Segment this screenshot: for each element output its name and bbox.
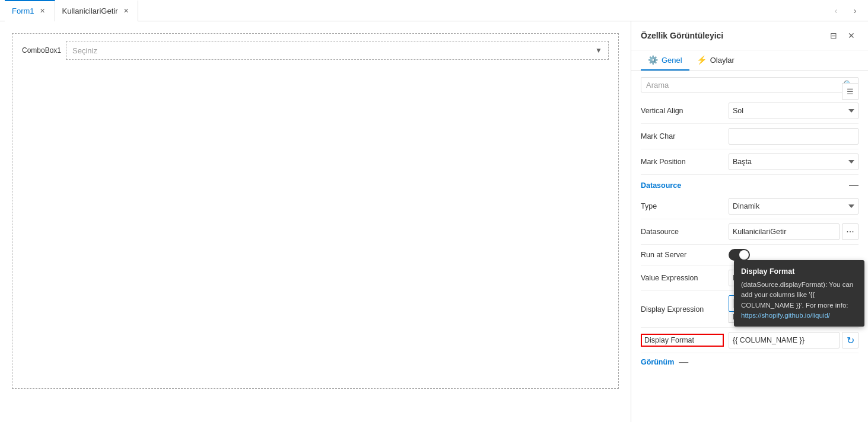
toggle-knob <box>739 250 749 260</box>
run-at-server-toggle[interactable] <box>729 249 750 261</box>
tooltip-link: https://shopify.github.io/liquid/ <box>741 311 857 321</box>
panel-header-icons: ⊟ ✕ <box>826 28 859 43</box>
panel-body: 🔍 ☰ Vertical Align Sol Orta Sağ <box>631 71 868 422</box>
prop-row-gorunum: Görünüm — <box>641 353 859 371</box>
properties-panel: Özellik Görüntüleyici ⊟ ✕ ⚙️ Genel ⚡ Ola… <box>631 21 868 422</box>
datasource-with-btn: ··· <box>729 223 859 240</box>
tab-form1-close[interactable]: ✕ <box>38 7 47 16</box>
prop-label-mark-position: Mark Position <box>641 158 724 166</box>
properties-list: Vertical Align Sol Orta Sağ Mark Char <box>631 98 868 381</box>
prop-row-vertical-align: Vertical Align Sol Orta Sağ <box>641 98 859 124</box>
tab-form1-label: Form1 <box>12 7 34 15</box>
nav-forward-button[interactable]: › <box>847 2 863 19</box>
tooltip-link-anchor[interactable]: https://shopify.github.io/liquid/ <box>741 312 830 319</box>
datasource-section-header: Datasource — <box>641 175 859 194</box>
canvas-area: ComboBox1 Seçiniz ▼ <box>0 21 631 422</box>
combobox-placeholder: Seçiniz <box>72 46 97 55</box>
display-format-tooltip: Display Format (dataSource.displayFormat… <box>734 260 864 327</box>
gorunum-collapse-icon[interactable]: — <box>679 357 688 367</box>
type-select[interactable]: Dinamik Statik <box>729 198 859 215</box>
tooltip-body: (dataSource.displayFormat): You can add … <box>741 280 857 311</box>
search-input[interactable] <box>646 81 840 89</box>
prop-value-vertical-align: Sol Orta Sağ <box>729 103 859 119</box>
sidebar-toggle-button[interactable]: ☰ <box>842 83 859 100</box>
tab-olaylar[interactable]: ⚡ Olaylar <box>689 50 742 71</box>
prop-value-display-format: ↻ <box>729 332 859 349</box>
display-format-input[interactable] <box>729 332 840 349</box>
tab-kullanicilar-label: KullanicilariGetir <box>62 7 118 15</box>
prop-label-value-expression: Value Expression <box>641 274 724 282</box>
display-format-refresh-button[interactable]: ↻ <box>842 332 859 349</box>
mark-char-input[interactable] <box>729 128 859 145</box>
olaylar-icon: ⚡ <box>697 55 707 65</box>
pin-button[interactable]: ⊟ <box>826 28 841 43</box>
prop-label-type: Type <box>641 202 724 210</box>
tab-genel[interactable]: ⚙️ Genel <box>641 50 689 71</box>
panel-header: Özellik Görüntüleyici ⊟ ✕ <box>631 21 868 50</box>
mark-position-select[interactable]: Başta Sonda <box>729 154 859 170</box>
search-bar: 🔍 <box>641 77 859 92</box>
combobox-arrow-icon: ▼ <box>595 46 602 55</box>
tooltip-title: Display Format <box>741 266 857 277</box>
datasource-input[interactable] <box>729 223 840 240</box>
prop-row-mark-position: Mark Position Başta Sonda <box>641 149 859 175</box>
prop-label-gorunum: Görünüm <box>641 358 674 366</box>
tab-form1[interactable]: Form1 ✕ <box>5 0 55 21</box>
panel-tabs: ⚙️ Genel ⚡ Olaylar <box>631 50 868 71</box>
display-format-with-btn: ↻ <box>729 332 859 349</box>
prop-value-mark-char <box>729 128 859 145</box>
main-layout: ComboBox1 Seçiniz ▼ Özellik Görüntüleyic… <box>0 21 868 422</box>
combobox-label: ComboBox1 <box>22 46 61 55</box>
tab-genel-label: Genel <box>662 56 682 65</box>
tab-olaylar-label: Olaylar <box>710 56 735 65</box>
prop-value-mark-position: Başta Sonda <box>729 154 859 170</box>
prop-row-type: Type Dinamik Statik <box>641 194 859 219</box>
prop-row-datasource: Datasource ··· <box>641 219 859 245</box>
prop-value-run-at-server <box>729 249 859 261</box>
form-canvas: ComboBox1 Seçiniz ▼ <box>12 33 619 389</box>
genel-icon: ⚙️ <box>648 55 658 65</box>
display-format-row: Display Format ↻ Display Format (dataSou… <box>641 328 859 353</box>
prop-label-datasource: Datasource <box>641 228 724 236</box>
tab-bar: Form1 ✕ KullanicilariGetir ✕ ‹ › <box>0 0 868 21</box>
close-panel-button[interactable]: ✕ <box>844 28 859 43</box>
display-format-label: Display Format <box>641 334 724 347</box>
prop-value-datasource: ··· <box>729 223 859 240</box>
panel-title: Özellik Görüntüleyici <box>641 31 723 40</box>
tab-kullanicilar-close[interactable]: ✕ <box>121 7 131 16</box>
vertical-align-select[interactable]: Sol Orta Sağ <box>729 103 859 119</box>
prop-label-display-expression: Display Expression <box>641 305 724 314</box>
prop-value-type: Dinamik Statik <box>729 198 859 215</box>
nav-back-button[interactable]: ‹ <box>828 2 844 19</box>
prop-label-run-at-server: Run at Server <box>641 251 724 259</box>
datasource-section-label: Datasource <box>641 181 681 190</box>
nav-arrows: ‹ › <box>828 2 863 19</box>
prop-label-vertical-align: Vertical Align <box>641 107 724 115</box>
section-collapse-icon[interactable]: — <box>849 181 859 190</box>
tab-kullanicilar[interactable]: KullanicilariGetir ✕ <box>55 0 139 21</box>
combobox-row: ComboBox1 Seçiniz ▼ <box>12 34 618 67</box>
datasource-ellipsis-button[interactable]: ··· <box>842 223 859 240</box>
prop-row-mark-char: Mark Char <box>641 124 859 149</box>
combobox-input[interactable]: Seçiniz ▼ <box>66 41 609 60</box>
prop-label-mark-char: Mark Char <box>641 132 724 140</box>
